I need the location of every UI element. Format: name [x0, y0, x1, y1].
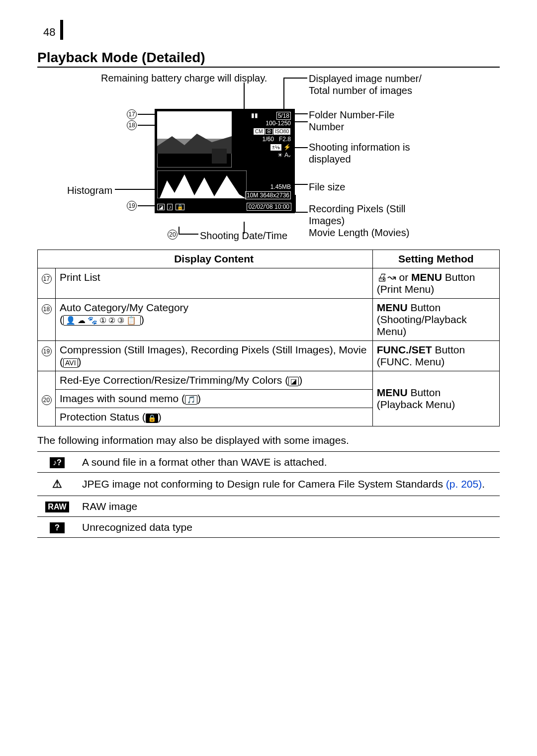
table-row: RAW RAW image	[37, 496, 500, 517]
lcd-ev-flash: ±⅓ ⚡	[270, 144, 291, 151]
lcd-bottom-bar: ◪ ♪ 🔒 02/02/'08 10:00	[157, 202, 292, 211]
playback-diagram: Remaining battery charge will display. D…	[37, 73, 500, 247]
lcd-histogram	[157, 170, 247, 198]
movie-icon: AVI	[63, 358, 78, 368]
page-title: Playback Mode (Detailed)	[37, 50, 500, 68]
lcd-print-icon: 🖨 3	[159, 112, 170, 119]
caption-rec-pixels: Recording Pixels (Still Images) Movie Le…	[309, 203, 409, 239]
cell-method: FUNC./SET Button (FUNC. Menu)	[372, 341, 499, 371]
cell-content: Compression (Still Images), Recording Pi…	[56, 341, 373, 371]
lcd-battery-icon: ▮▮	[251, 112, 258, 119]
lcd-preview: 🖨 3 ▮▮ 5/18 ☁ 100-1250 👁 CM⦿ISO80 1/60 F…	[155, 109, 295, 213]
cell-text: Unrecognized data type	[77, 517, 500, 538]
cell-text: RAW image	[77, 496, 500, 517]
cell-content: Auto Category/My Category (👤☁🐾①②③📋)	[56, 299, 373, 341]
lcd-shutter-ap: 1/60 F2.8	[263, 136, 291, 143]
protect-icon: 🔒	[146, 414, 158, 423]
cell-content: Print List	[56, 268, 373, 299]
table-row: 19 Compression (Still Images), Recording…	[38, 341, 500, 371]
page-number-divider	[60, 20, 63, 40]
marker-18: 18	[127, 120, 137, 130]
cell-method: MENU Button (Playback Menu)	[372, 371, 499, 426]
caption-image-number: Displayed image number/ Total number of …	[309, 73, 422, 96]
caption-folder-file: Folder Number-File Number	[309, 109, 394, 133]
soundmemo-icon: 🎵	[185, 395, 197, 405]
table-row: 20 Red-Eye Correction/Resize/Trimming/My…	[38, 371, 500, 390]
cell-content: Protection Status (🔒)	[56, 408, 373, 426]
caption-file-size: File size	[309, 181, 345, 193]
lcd-edit-icon: ◪	[157, 204, 165, 210]
caption-battery: Remaining battery charge will display.	[101, 73, 267, 84]
lcd-lock-icon: 🔒	[176, 204, 184, 210]
table-row: 17 Print List 🖨↝ or MENU Button (Print M…	[38, 268, 500, 299]
cell-text: JPEG image not conforming to Design rule…	[77, 473, 500, 496]
lcd-datetime: 02/02/'08 10:00	[247, 203, 291, 211]
svg-rect-3	[212, 149, 227, 164]
category-icons: 👤☁🐾①②③📋	[63, 315, 141, 326]
cell-content: Images with sound memo (🎵)	[56, 390, 373, 408]
display-content-table: Display Content Setting Method 17 Print …	[37, 250, 500, 426]
photo-thumbnail	[157, 111, 232, 168]
lcd-resolution: 10M 3648x2736	[245, 191, 291, 199]
caption-shooting-info: Shooting information is displayed	[309, 141, 410, 165]
page-number-block: 48	[37, 20, 500, 40]
lcd-shoot-top: CM⦿ISO80	[254, 128, 291, 135]
icon-info-table: ♪? A sound file in a format other than W…	[37, 451, 500, 538]
lcd-eye-icon: 👁	[159, 128, 165, 135]
raw-icon: RAW	[45, 502, 69, 512]
cell-content: Red-Eye Correction/Resize/Trimming/My Co…	[56, 371, 373, 390]
lcd-folder-file: 100-1250	[266, 120, 291, 127]
cell-method: 🖨↝ or MENU Button (Print Menu)	[372, 268, 499, 299]
mycolors-icon: ◪	[288, 377, 299, 386]
marker-20: 20	[168, 230, 178, 240]
caption-histogram: Histogram	[67, 184, 112, 196]
cell-text: A sound file in a format other than WAVE…	[77, 452, 500, 473]
table-row: 18 Auto Category/My Category (👤☁🐾①②③📋) M…	[38, 299, 500, 341]
unknown-icon: ?	[50, 522, 65, 533]
th-display-content: Display Content	[56, 250, 373, 268]
body-text: The following information may also be di…	[37, 434, 500, 446]
cell-method: MENU Button (Shooting/Playback Menu)	[372, 299, 499, 341]
lcd-image-counter: 5/18	[276, 112, 291, 120]
page-number: 48	[43, 26, 55, 39]
warning-icon: ⚠	[50, 477, 65, 492]
lcd-file-size: 1.45MB	[270, 183, 291, 190]
svg-marker-5	[160, 174, 246, 198]
lcd-wb: ☀ Aᵥ	[277, 152, 291, 159]
lcd-sound-icon: ♪	[167, 204, 173, 210]
page-link[interactable]: (p. 205)	[446, 478, 482, 490]
table-row: ♪? A sound file in a format other than W…	[37, 452, 500, 473]
sound-other-icon: ♪?	[50, 457, 65, 468]
th-setting-method: Setting Method	[372, 250, 499, 268]
table-row: ⚠ JPEG image not conforming to Design ru…	[37, 473, 500, 496]
marker-17: 17	[127, 109, 137, 119]
lcd-category-icon: ☁	[159, 120, 165, 127]
table-row: ? Unrecognized data type	[37, 517, 500, 538]
marker-19: 19	[127, 201, 137, 211]
